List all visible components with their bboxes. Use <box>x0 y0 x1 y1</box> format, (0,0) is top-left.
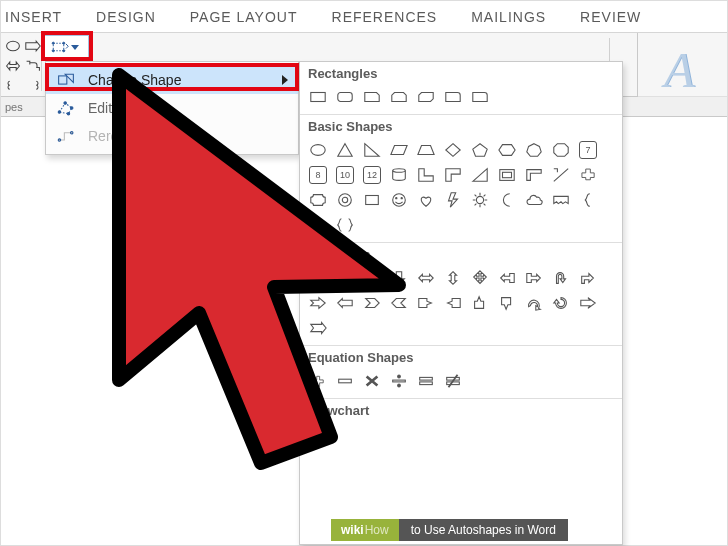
shape-wedge[interactable] <box>468 164 492 186</box>
wikihow-caption-bar: wikiHow to Use Autoshapes in Word <box>331 519 723 541</box>
shape-para[interactable] <box>387 139 411 161</box>
shape-minus[interactable] <box>333 370 357 392</box>
shape-pent[interactable] <box>468 139 492 161</box>
shape-plaque[interactable] <box>306 189 330 211</box>
shape-arr-circ[interactable] <box>549 292 573 314</box>
shape-frame[interactable] <box>495 164 519 186</box>
shape-trap[interactable] <box>414 139 438 161</box>
svg-marker-49 <box>311 298 325 309</box>
shape-n12[interactable]: 12 <box>360 164 384 186</box>
shape-half-frame[interactable] <box>522 164 546 186</box>
shape-n7[interactable]: 7 <box>576 139 600 161</box>
shape-snip-round[interactable] <box>441 86 465 108</box>
shape-arr-callout-u[interactable] <box>468 292 492 314</box>
svg-rect-17 <box>311 93 325 102</box>
shape-round-rect[interactable] <box>333 86 357 108</box>
edit-points-icon <box>56 98 76 118</box>
shape-hex[interactable] <box>495 139 519 161</box>
shape-arr-callout-l[interactable] <box>441 292 465 314</box>
wordart-preview-icon[interactable]: A <box>664 41 695 99</box>
tab-design[interactable]: DESIGN <box>96 9 156 25</box>
tab-references[interactable]: REFERENCES <box>332 9 438 25</box>
shape-arr-notch[interactable] <box>306 292 330 314</box>
shape-div[interactable] <box>387 370 411 392</box>
shape-arr-tri-r[interactable] <box>522 267 546 289</box>
shape-banner[interactable] <box>549 189 573 211</box>
svg-marker-50 <box>338 299 352 308</box>
shape-heart[interactable] <box>414 189 438 211</box>
shape-arr-rib[interactable] <box>576 292 600 314</box>
shape-n8[interactable]: 8 <box>306 164 330 186</box>
tab-page-layout[interactable]: PAGE LAYOUT <box>190 9 298 25</box>
menu-item-edit-points[interactable]: Edit Points <box>46 94 298 122</box>
shape-brace-l[interactable] <box>576 189 600 211</box>
shape-arr-bent[interactable] <box>576 267 600 289</box>
shape-plus[interactable] <box>306 370 330 392</box>
shape-rect2[interactable] <box>360 189 384 211</box>
shape-round1[interactable] <box>468 86 492 108</box>
shape-smiley[interactable] <box>387 189 411 211</box>
shape-rect[interactable] <box>306 86 330 108</box>
shape-arr-uturn[interactable] <box>549 267 573 289</box>
shape-brace[interactable] <box>333 214 357 236</box>
shape-arr-quad[interactable] <box>468 267 492 289</box>
shape-cloud[interactable] <box>522 189 546 211</box>
reroute-icon <box>56 126 76 146</box>
shape-moon[interactable] <box>495 189 519 211</box>
menu-item-reroute-connectors: Reroute Con <box>46 122 298 150</box>
shape-arr-rib2[interactable] <box>306 317 330 339</box>
shape-category-grid <box>300 264 622 345</box>
shape-cross[interactable] <box>576 164 600 186</box>
shape-n10[interactable]: 10 <box>333 164 357 186</box>
shape-arr-lr[interactable] <box>414 267 438 289</box>
shape-oct[interactable] <box>549 139 573 161</box>
shape-arr-chev-r[interactable] <box>360 292 384 314</box>
shape-mult[interactable] <box>360 370 384 392</box>
menu-item-label: Reroute Con <box>88 128 167 144</box>
shape-snip1[interactable] <box>360 86 384 108</box>
shape-neq[interactable] <box>441 370 465 392</box>
svg-rect-18 <box>338 93 352 102</box>
shape-equal[interactable] <box>414 370 438 392</box>
shape-arr-home[interactable] <box>333 292 357 314</box>
shape-corner[interactable] <box>441 164 465 186</box>
shape-cylinder[interactable] <box>387 164 411 186</box>
shape-tri-iso[interactable] <box>333 139 357 161</box>
shape-diag[interactable] <box>549 164 573 186</box>
shape-arr-curl[interactable] <box>522 292 546 314</box>
svg-marker-44 <box>419 274 433 281</box>
shape-arr-tri-l[interactable] <box>495 267 519 289</box>
shape-snip2[interactable] <box>387 86 411 108</box>
svg-rect-58 <box>420 382 433 385</box>
tab-mailings[interactable]: MAILINGS <box>471 9 546 25</box>
shape-tri-right[interactable] <box>360 139 384 161</box>
shape-arr-ud[interactable] <box>441 267 465 289</box>
shape-arr-u[interactable] <box>360 267 384 289</box>
svg-rect-53 <box>339 379 352 383</box>
shape-ring[interactable] <box>333 189 357 211</box>
shape-category-header: Equation Shapes <box>300 345 622 367</box>
shape-arr-chev-l[interactable] <box>387 292 411 314</box>
shape-arr-callout-d[interactable] <box>495 292 519 314</box>
svg-point-33 <box>342 197 347 202</box>
shape-hept[interactable] <box>522 139 546 161</box>
shape-arr-d[interactable] <box>387 267 411 289</box>
tab-insert[interactable]: INSERT <box>5 9 62 25</box>
svg-rect-57 <box>420 377 433 380</box>
shape-sun[interactable] <box>468 189 492 211</box>
svg-marker-27 <box>527 144 541 157</box>
shape-diamond[interactable] <box>441 139 465 161</box>
shape-arr-l[interactable] <box>333 267 357 289</box>
shapes-gallery-left-fragment[interactable] <box>1 33 41 97</box>
shape-arr-callout-r[interactable] <box>414 292 438 314</box>
shape-arr-r[interactable] <box>306 267 330 289</box>
svg-marker-20 <box>338 144 352 157</box>
shape-L[interactable] <box>414 164 438 186</box>
shape-snip-diag[interactable] <box>414 86 438 108</box>
tab-review[interactable]: REVIEW <box>580 9 641 25</box>
shape-oval[interactable] <box>306 139 330 161</box>
svg-marker-24 <box>446 144 460 157</box>
shape-brace-r[interactable] <box>306 214 330 236</box>
svg-point-55 <box>398 375 401 378</box>
shape-bolt[interactable] <box>441 189 465 211</box>
